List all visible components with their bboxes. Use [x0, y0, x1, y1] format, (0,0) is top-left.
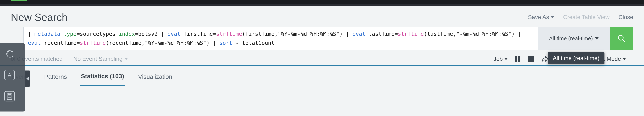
save-as-label: Save As: [528, 14, 549, 20]
job-bar: of 0 events matched No Event Sampling Jo…: [0, 54, 644, 66]
share-icon[interactable]: [542, 56, 548, 62]
result-tabs: Events Patterns Statistics (103) Visuali…: [0, 66, 644, 86]
caret-down-icon: [622, 58, 626, 60]
search-row: | metadata type=sourcetypes index=botsv2…: [0, 27, 644, 54]
svg-rect-2: [515, 56, 517, 62]
caret-down-icon: [504, 58, 508, 60]
active-app-indicator: [11, 0, 27, 1]
caret-down-icon: [550, 16, 554, 18]
create-table-label: Create Table View: [563, 14, 610, 20]
hand-tool-icon[interactable]: [4, 48, 15, 59]
toolbar-collapse-handle[interactable]: [25, 70, 30, 87]
event-sampling-menu[interactable]: No Event Sampling: [73, 56, 128, 62]
svg-rect-3: [518, 56, 520, 62]
caret-down-icon: [595, 38, 598, 40]
create-table-view-button: Create Table View: [563, 14, 610, 20]
stop-icon[interactable]: [528, 56, 534, 62]
header-actions: Save As Create Table View Close: [528, 14, 633, 20]
time-range-tooltip: All time (real-time): [548, 52, 604, 64]
svg-point-0: [618, 35, 623, 40]
app-topbar: [0, 0, 644, 4]
time-range-label: All time (real-time): [549, 36, 593, 42]
job-menu[interactable]: Job: [494, 56, 508, 62]
page-title: New Search: [11, 11, 528, 23]
save-as-menu[interactable]: Save As: [528, 14, 554, 20]
floating-toolbar[interactable]: A: [0, 43, 25, 112]
caret-down-icon: [124, 58, 128, 60]
tab-patterns[interactable]: Patterns: [44, 70, 68, 85]
close-label: Close: [618, 14, 633, 20]
page-header: New Search Save As Create Table View Clo…: [0, 6, 644, 27]
search-icon: [617, 34, 626, 43]
app-subbar: [0, 4, 644, 6]
search-input[interactable]: | metadata type=sourcetypes index=botsv2…: [23, 27, 538, 50]
close-button[interactable]: Close: [618, 14, 633, 20]
job-label: Job: [494, 56, 503, 62]
clipboard-tool-icon[interactable]: [4, 91, 15, 102]
event-sampling-label: No Event Sampling: [73, 56, 122, 62]
tab-visualization[interactable]: Visualization: [138, 70, 173, 85]
tab-statistics[interactable]: Statistics (103): [80, 70, 125, 86]
pause-icon[interactable]: [515, 56, 520, 62]
svg-rect-4: [528, 56, 534, 62]
svg-text:A: A: [8, 72, 11, 78]
text-select-tool-icon[interactable]: A: [4, 70, 15, 80]
svg-line-1: [622, 40, 625, 42]
search-button[interactable]: [610, 27, 633, 50]
time-range-picker[interactable]: All time (real-time): [538, 27, 610, 50]
